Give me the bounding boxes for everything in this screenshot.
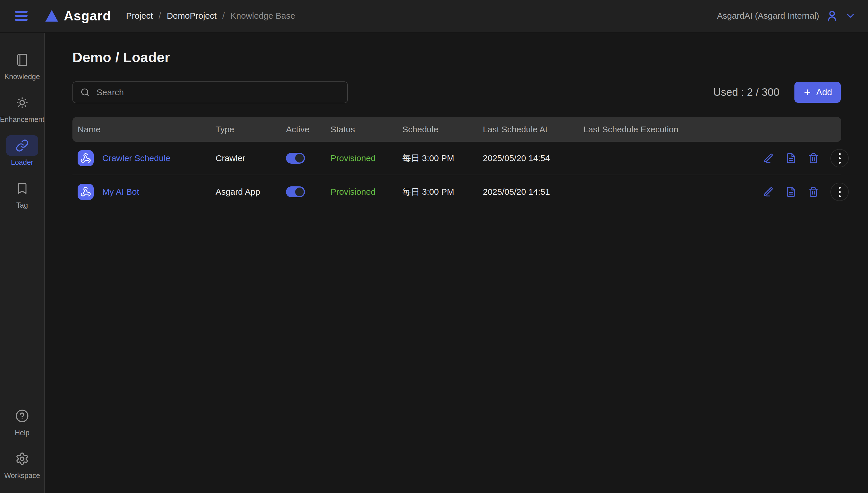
trash-icon (808, 186, 819, 197)
account-area[interactable]: AsgardAI (Asgard Internal) (717, 9, 856, 22)
kebab-menu-icon (839, 153, 841, 164)
file-text-icon (785, 186, 796, 197)
status-badge: Provisioned (325, 153, 397, 163)
add-button-label: Add (816, 87, 832, 98)
breadcrumb-knowledge-base: Knowledge Base (230, 11, 295, 21)
bookmark-icon (16, 182, 29, 195)
usage-counter: Used : 2 / 300 (713, 86, 779, 99)
sidebar-item-label: Enhancement (0, 115, 44, 124)
toggle-knob (295, 188, 304, 196)
sidebar-item-label: Help (15, 429, 29, 437)
column-header-last-schedule-execution: Last Schedule Execution (578, 125, 758, 134)
link-icon (16, 139, 29, 152)
book-icon (16, 53, 29, 66)
webhook-app-icon (77, 150, 94, 166)
active-toggle[interactable] (286, 186, 305, 197)
breadcrumb-separator: / (223, 11, 225, 21)
active-toggle[interactable] (286, 153, 305, 164)
hamburger-menu-icon[interactable] (15, 11, 28, 21)
sidebar-item-loader[interactable]: Loader (1, 135, 43, 167)
status-badge: Provisioned (325, 187, 397, 197)
kebab-menu-icon (839, 187, 841, 197)
gear-icon (15, 452, 29, 466)
sidebar-item-tag[interactable]: Tag (1, 178, 43, 209)
triangle-logo-icon (45, 10, 58, 22)
table-row: My AI Bot Asgard App Provisioned 毎日 3:00… (72, 175, 841, 209)
search-box[interactable] (72, 81, 348, 103)
sidebar-item-label: Loader (11, 158, 33, 167)
controls-bar: Used : 2 / 300 Add (72, 81, 841, 103)
loader-name-link[interactable]: Crawler Schedule (102, 153, 170, 163)
pencil-icon (763, 186, 774, 197)
sun-icon (16, 96, 29, 109)
last-schedule-at-value: 2025/05/20 14:54 (478, 153, 578, 163)
edit-button[interactable] (763, 186, 774, 197)
help-circle-icon (15, 409, 29, 423)
table-row: Crawler Schedule Crawler Provisioned 毎日 … (72, 142, 841, 175)
delete-button[interactable] (808, 186, 819, 197)
document-button[interactable] (785, 186, 796, 197)
loader-type: Asgard App (210, 187, 281, 197)
column-header-type: Type (210, 125, 281, 134)
breadcrumb: Project / DemoProject / Knowledge Base (126, 11, 295, 21)
main-content: Demo / Loader Used : 2 / 300 Add Name Ty… (45, 33, 868, 493)
column-header-last-schedule-at: Last Schedule At (478, 125, 578, 134)
user-icon (825, 9, 839, 22)
page-title: Demo / Loader (72, 49, 841, 65)
more-actions-button[interactable] (830, 149, 849, 167)
loader-name-link[interactable]: My AI Bot (102, 187, 139, 197)
add-button[interactable]: Add (794, 82, 841, 103)
sidebar-item-enhancement[interactable]: Enhancement (1, 92, 43, 124)
toggle-knob (295, 154, 304, 163)
breadcrumb-demoproject[interactable]: DemoProject (167, 11, 216, 21)
app-logo[interactable]: Asgard (45, 8, 111, 24)
account-name: AsgardAI (Asgard Internal) (717, 11, 819, 21)
loader-table: Name Type Active Status Schedule Last Sc… (72, 117, 841, 209)
column-header-status: Status (325, 125, 397, 134)
sidebar-item-label: Knowledge (4, 72, 40, 81)
search-input[interactable] (96, 87, 340, 97)
delete-button[interactable] (808, 153, 819, 164)
sidebar-item-knowledge[interactable]: Knowledge (1, 49, 43, 81)
plus-icon (803, 88, 812, 97)
column-header-name: Name (72, 125, 210, 134)
file-text-icon (785, 153, 796, 164)
schedule-value: 毎日 3:00 PM (397, 186, 478, 198)
schedule-value: 毎日 3:00 PM (397, 152, 478, 164)
sidebar-item-label: Workspace (4, 471, 40, 480)
edit-button[interactable] (763, 153, 774, 164)
sidebar-item-help[interactable]: Help (1, 406, 43, 437)
webhook-app-icon (77, 184, 94, 200)
last-schedule-at-value: 2025/05/20 14:51 (478, 187, 578, 197)
table-header: Name Type Active Status Schedule Last Sc… (72, 117, 841, 142)
breadcrumb-separator: / (159, 11, 161, 21)
trash-icon (808, 153, 819, 164)
breadcrumb-project[interactable]: Project (126, 11, 153, 21)
column-header-active: Active (281, 125, 325, 134)
document-button[interactable] (785, 153, 796, 164)
column-header-schedule: Schedule (397, 125, 478, 134)
sidebar: Knowledge Enhancement Loader Tag (0, 33, 45, 493)
chevron-down-icon[interactable] (845, 10, 856, 21)
sidebar-item-label: Tag (16, 201, 28, 209)
app-header: Asgard Project / DemoProject / Knowledge… (0, 0, 868, 32)
loader-type: Crawler (210, 153, 281, 163)
pencil-icon (763, 153, 774, 164)
more-actions-button[interactable] (830, 183, 849, 201)
sidebar-item-workspace[interactable]: Workspace (1, 448, 43, 480)
search-icon (80, 87, 90, 98)
logo-text: Asgard (64, 8, 111, 24)
